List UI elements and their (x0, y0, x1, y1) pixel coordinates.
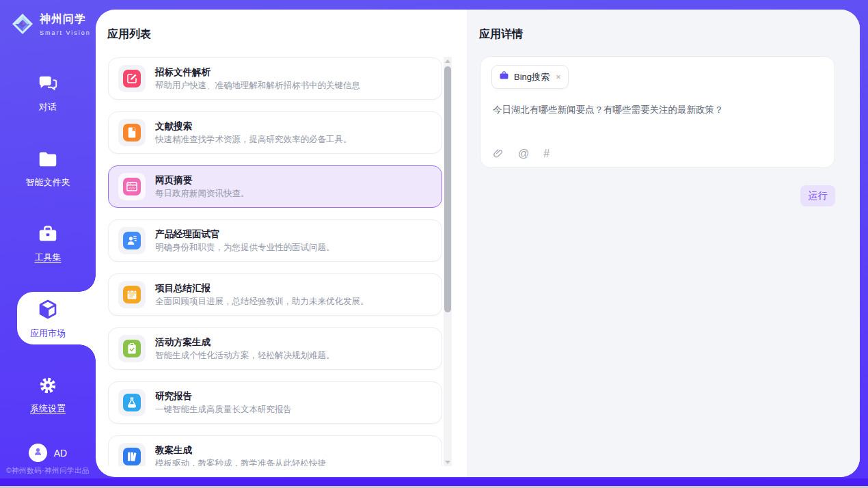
copyright-footer: ©神州数码·神州问学出品 (0, 466, 96, 476)
user-row[interactable]: AD (0, 444, 96, 462)
app-card-desc: 帮助用户快速、准确地理解和解析招标书中的关键信息 (155, 80, 360, 91)
doc-edit-icon (123, 70, 141, 87)
sidebar-item-label: 工具集 (0, 252, 96, 264)
sidebar-item-label: 应用市场 (0, 327, 96, 340)
app-list-title: 应用列表 (107, 27, 151, 42)
books-icon (123, 448, 141, 465)
paperclip-icon[interactable] (492, 148, 504, 159)
brand-tagline: Smart Vision (40, 29, 91, 36)
app-card-title: 产品经理面试官 (155, 228, 335, 240)
cube-icon (36, 298, 59, 321)
interviewer-icon (123, 232, 141, 249)
brand-text: 神州问学 Smart Vision (40, 13, 96, 38)
app-icon-box (118, 389, 146, 416)
app-card-desc: 智能生成个性化活动方案，轻松解决规划难题。 (155, 350, 335, 361)
avatar (29, 444, 47, 462)
chat-icon (36, 72, 59, 96)
diamond-logo-icon (11, 12, 34, 38)
sidebar-item-settings[interactable]: 系统设置 (0, 368, 96, 420)
app-card-title: 教案生成 (155, 444, 326, 456)
main-content: 应用列表 招标文件解析 帮助用户快速、准确地理解和解析招标书中的关键信息 文献搜… (96, 10, 860, 477)
tag-close-icon[interactable]: × (556, 72, 561, 81)
app-icon-box (118, 119, 146, 146)
app-card-title: 活动方案生成 (155, 336, 335, 348)
app-card-title: 研究报告 (155, 390, 292, 402)
app-card-8[interactable]: 教案生成 模板驱动，教案秒成，教学准备从此轻松快捷 (108, 435, 442, 466)
app-card-title: 招标文件解析 (155, 66, 360, 78)
app-card-4[interactable]: 产品经理面试官 明确身份和职责，为您提供专业性的面试问题。 (108, 219, 442, 262)
app-icon-box (118, 335, 146, 362)
brand-logo: 神州问学 Smart Vision (11, 12, 96, 38)
sidebar-item-label: 智能文件夹 (0, 176, 96, 189)
app-card-2[interactable]: 文献搜索 快速精准查找学术资源，提高研究效率的必备工具。 (108, 111, 442, 154)
tool-tag-bing-search[interactable]: Bing搜索 × (491, 65, 569, 89)
sidebar-item-app-market[interactable]: 应用市场 (0, 292, 96, 344)
svg-text:</>: </> (128, 186, 135, 190)
app-list-panel: 应用列表 招标文件解析 帮助用户快速、准确地理解和解析招标书中的关键信息 文献搜… (96, 10, 467, 477)
app-card-5[interactable]: 项目总结汇报 全面回顾项目进展，总结经验教训，助力未来优化发展。 (108, 273, 442, 316)
app-card-desc: 快速精准查找学术资源，提高研究效率的必备工具。 (155, 134, 352, 145)
app-card-7[interactable]: 研究报告 一键智能生成高质量长文本研究报告 (108, 381, 442, 424)
user-name: AD (54, 448, 67, 459)
clipboard-check-icon (123, 340, 141, 357)
sidebar-item-label: 对话 (0, 101, 96, 113)
app-card-title: 网页摘要 (155, 174, 249, 186)
scroll-up-arrow-icon[interactable] (444, 57, 452, 65)
tool-tag-label: Bing搜索 (514, 71, 550, 83)
run-button[interactable]: 运行 (800, 185, 835, 206)
app-card-desc: 一键智能生成高质量长文本研究报告 (155, 404, 292, 415)
input-toolbar: @ # (492, 148, 550, 159)
gear-icon (36, 374, 59, 397)
app-icon-box: </> (118, 173, 146, 200)
app-card-1[interactable]: 招标文件解析 帮助用户快速、准确地理解和解析招标书中的关键信息 (108, 57, 442, 100)
folder-icon (36, 148, 59, 171)
app-card-title: 文献搜索 (155, 120, 352, 132)
app-icon-box (118, 443, 146, 466)
app-card-desc: 模板驱动，教案秒成，教学准备从此轻松快捷 (155, 458, 326, 466)
app-card-desc: 每日政府新闻资讯快查。 (155, 188, 249, 199)
briefcase-icon (36, 223, 59, 246)
app-card-title: 项目总结汇报 (155, 282, 369, 294)
app-detail-panel: 应用详情 Bing搜索 × 今日湖北有哪些新闻要点？有哪些需要关注的最新政策？ … (467, 10, 860, 477)
research-icon (123, 394, 141, 411)
web-code-icon: </> (123, 178, 141, 195)
app-icon-box (118, 281, 146, 308)
user-avatar-icon (32, 446, 44, 460)
app-icon-box (118, 227, 146, 254)
app-card-list: 招标文件解析 帮助用户快速、准确地理解和解析招标书中的关键信息 文献搜索 快速精… (108, 57, 442, 466)
app-card-desc: 全面回顾项目进展，总结经验教训，助力未来优化发展。 (155, 296, 369, 307)
briefcase-icon (499, 70, 509, 83)
sidebar: 神州问学 Smart Vision 对话 智能文件夹 工具集 应用市场 系统设置 (0, 0, 96, 478)
book-icon (123, 124, 141, 141)
app-window: 神州问学 Smart Vision 对话 智能文件夹 工具集 应用市场 系统设置 (0, 0, 868, 488)
sidebar-nav: 对话 智能文件夹 工具集 应用市场 系统设置 (0, 66, 96, 420)
brand-name: 神州问学 (40, 13, 86, 25)
scroll-down-arrow-icon[interactable] (444, 458, 452, 466)
scrollbar-thumb[interactable] (444, 66, 451, 312)
app-card-6[interactable]: 活动方案生成 智能生成个性化活动方案，轻松解决规划难题。 (108, 327, 442, 370)
query-text: 今日湖北有哪些新闻要点？有哪些需要关注的最新政策？ (493, 103, 822, 117)
hash-icon[interactable]: # (543, 148, 550, 159)
sidebar-item-label: 系统设置 (0, 403, 96, 415)
scrollbar[interactable] (444, 57, 452, 466)
app-card-3[interactable]: </> 网页摘要 每日政府新闻资讯快查。 (108, 165, 442, 208)
summary-note-icon (123, 286, 141, 303)
bottom-accent-bar (0, 478, 868, 486)
sidebar-item-toolset[interactable]: 工具集 (0, 217, 96, 269)
at-mention-icon[interactable]: @ (518, 148, 529, 159)
app-card-desc: 明确身份和职责，为您提供专业性的面试问题。 (155, 242, 335, 253)
app-icon-box (118, 65, 146, 92)
query-input-card[interactable]: Bing搜索 × 今日湖北有哪些新闻要点？有哪些需要关注的最新政策？ @ # (480, 56, 835, 168)
sidebar-item-smart-folders[interactable]: 智能文件夹 (0, 141, 96, 193)
sidebar-item-chat[interactable]: 对话 (0, 66, 96, 118)
app-detail-title: 应用详情 (479, 27, 523, 42)
